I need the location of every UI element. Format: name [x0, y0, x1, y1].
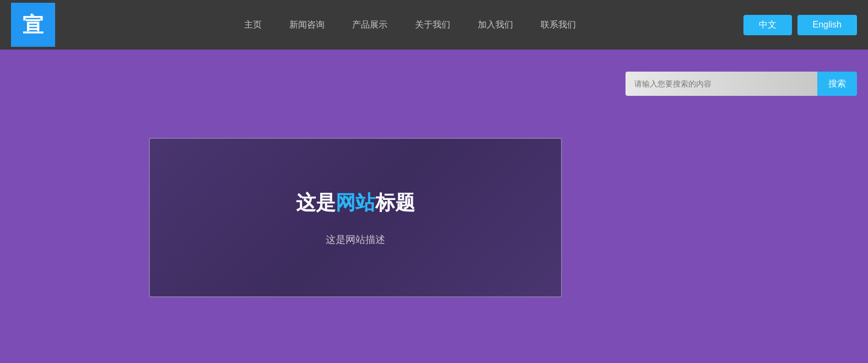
hero-title: 这是网站标题 [296, 189, 415, 216]
search-bar: 搜索 [626, 72, 857, 96]
nav-item-about[interactable]: 关于我们 [415, 19, 450, 31]
nav-item-products[interactable]: 产品展示 [352, 19, 387, 31]
language-switcher: 中文 English [743, 15, 857, 35]
nav-item-join[interactable]: 加入我们 [478, 19, 513, 31]
nav-item-home[interactable]: 主页 [244, 19, 262, 31]
search-button[interactable]: 搜索 [817, 72, 857, 96]
nav-item-news[interactable]: 新闻咨询 [289, 19, 325, 31]
hero-title-highlight: 网站 [336, 191, 375, 214]
lang-en-button[interactable]: English [797, 15, 857, 35]
logo-character: 宣 [23, 11, 44, 39]
nav-item-contact[interactable]: 联系我们 [541, 19, 576, 31]
main-nav: 主页 新闻咨询 产品展示 关于我们 加入我们 联系我们 [77, 19, 743, 31]
lang-zh-button[interactable]: 中文 [743, 15, 792, 35]
site-logo[interactable]: 宣 [11, 3, 55, 47]
hero-title-prefix: 这是 [296, 191, 336, 214]
search-input[interactable] [626, 72, 817, 96]
site-header: 宣 主页 新闻咨询 产品展示 关于我们 加入我们 联系我们 中文 English [0, 0, 868, 50]
hero-description: 这是网站描述 [326, 233, 385, 246]
main-content: 搜索 这是网站标题 这是网站描述 [0, 50, 868, 363]
hero-title-suffix: 标题 [375, 191, 415, 214]
hero-card: 这是网站标题 这是网站描述 [149, 138, 562, 297]
